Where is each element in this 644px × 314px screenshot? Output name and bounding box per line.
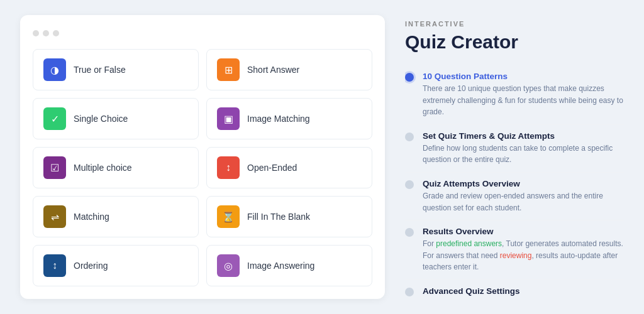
feature-title-quiz-timers: Set Quiz Timers & Quiz Attempts xyxy=(423,131,624,141)
quiz-icon-short-answer: ⊞ xyxy=(217,58,240,81)
feature-list: 10 Question PatternsThere are 10 unique … xyxy=(405,65,624,299)
quiz-label-single-choice: Single Choice xyxy=(74,114,128,124)
quiz-item-open-ended[interactable]: ↕Open-Ended xyxy=(206,147,372,188)
feature-item-quiz-timers[interactable]: Set Quiz Timers & Quiz AttemptsDefine ho… xyxy=(405,125,624,173)
dot-3 xyxy=(53,30,59,36)
page-title: Quiz Creator xyxy=(405,31,624,53)
feature-dot-advanced-settings xyxy=(405,288,414,296)
quiz-label-multiple-choice: Multiple choice xyxy=(74,163,132,173)
feature-dot-quiz-attempts xyxy=(405,180,414,189)
quiz-icon-open-ended: ↕ xyxy=(217,156,240,179)
quiz-grid: ◑True or False⊞Short Answer✓Single Choic… xyxy=(33,49,372,286)
quiz-icon-single-choice: ✓ xyxy=(43,107,66,130)
quiz-item-multiple-choice[interactable]: ☑Multiple choice xyxy=(33,147,199,188)
quiz-item-fill-blank[interactable]: ⌛Fill In The Blank xyxy=(206,196,372,237)
feature-desc-results-overview: For predefined answers, Tutor generates … xyxy=(423,238,624,273)
left-panel: ◑True or False⊞Short Answer✓Single Choic… xyxy=(20,15,385,299)
quiz-label-matching: Matching xyxy=(74,212,109,222)
feature-title-quiz-attempts: Quiz Attempts Overview xyxy=(423,179,624,188)
app-container: ◑True or False⊞Short Answer✓Single Choic… xyxy=(0,0,644,314)
quiz-item-true-false[interactable]: ◑True or False xyxy=(33,49,199,90)
feature-title-question-patterns: 10 Question Patterns xyxy=(423,72,624,81)
quiz-icon-image-answering: ◎ xyxy=(217,254,240,277)
feature-desc-quiz-attempts: Grade and review open-ended answers and … xyxy=(423,190,624,214)
quiz-item-single-choice[interactable]: ✓Single Choice xyxy=(33,98,199,139)
feature-item-advanced-settings[interactable]: Advanced Quiz SettingsA tonnes of useful… xyxy=(405,280,624,299)
quiz-icon-fill-blank: ⌛ xyxy=(217,205,240,228)
feature-title-results-overview: Results Overview xyxy=(423,227,624,236)
quiz-item-image-matching[interactable]: ▣Image Matching xyxy=(206,98,372,139)
feature-desc-question-patterns: There are 10 unique question types that … xyxy=(423,83,624,118)
quiz-icon-ordering: ↕ xyxy=(43,254,66,277)
dot-2 xyxy=(43,30,49,36)
quiz-label-fill-blank: Fill In The Blank xyxy=(247,212,310,222)
section-label: INTERACTIVE xyxy=(405,20,624,28)
quiz-label-image-answering: Image Answering xyxy=(247,261,314,271)
feature-dot-question-patterns xyxy=(405,73,414,82)
feature-title-advanced-settings: Advanced Quiz Settings xyxy=(423,286,624,296)
quiz-item-short-answer[interactable]: ⊞Short Answer xyxy=(206,49,372,90)
quiz-label-true-false: True or False xyxy=(74,65,126,75)
quiz-label-short-answer: Short Answer xyxy=(247,65,299,75)
feature-desc-quiz-timers: Define how long students can take to com… xyxy=(423,143,624,166)
quiz-item-ordering[interactable]: ↕Ordering xyxy=(33,245,199,286)
quiz-icon-multiple-choice: ☑ xyxy=(43,156,66,179)
feature-item-results-overview[interactable]: Results OverviewFor predefined answers, … xyxy=(405,220,624,280)
feature-dot-quiz-timers xyxy=(405,133,414,141)
dot-1 xyxy=(33,30,39,36)
feature-dot-results-overview xyxy=(405,228,414,237)
browser-dots xyxy=(33,30,372,36)
feature-item-quiz-attempts[interactable]: Quiz Attempts OverviewGrade and review o… xyxy=(405,173,624,220)
right-panel: INTERACTIVE Quiz Creator 10 Question Pat… xyxy=(405,15,624,299)
quiz-item-matching[interactable]: ⇌Matching xyxy=(33,196,199,237)
quiz-label-open-ended: Open-Ended xyxy=(247,163,297,173)
quiz-label-ordering: Ordering xyxy=(74,261,108,271)
feature-item-question-patterns[interactable]: 10 Question PatternsThere are 10 unique … xyxy=(405,65,624,125)
quiz-icon-matching: ⇌ xyxy=(43,205,66,228)
feature-desc-advanced-settings: A tonnes of useful quiz options such as … xyxy=(423,298,624,299)
quiz-icon-true-false: ◑ xyxy=(43,58,66,81)
quiz-icon-image-matching: ▣ xyxy=(217,107,240,130)
quiz-label-image-matching: Image Matching xyxy=(247,114,310,124)
quiz-item-image-answering[interactable]: ◎Image Answering xyxy=(206,245,372,286)
